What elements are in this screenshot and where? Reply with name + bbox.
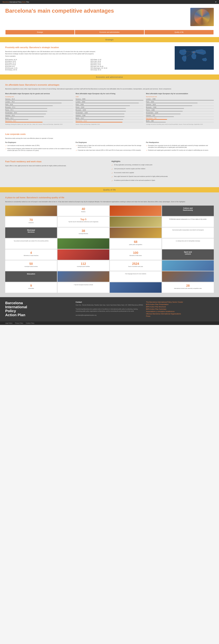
cost-item: Brussels – 57.3 [5, 106, 73, 109]
flights-grid: BCN-Istanbul: 3h 24 BCN-Rabat: 1h 45 BCN… [5, 59, 172, 70]
footer-brand-section: Barcelona International Policy Action Pl… [5, 301, 73, 318]
cost-item: Berlin – 2117 [76, 118, 143, 120]
education-cell: Education [5, 271, 57, 282]
check-icon: ✓ [111, 176, 113, 178]
park-image [57, 238, 109, 249]
employee-point-text-1: Employer taxes in Spain (tax and social … [78, 145, 143, 148]
footer-brand-line1: Barcelona [5, 301, 23, 305]
hero-section: Barcelona's main competitive advantages [0, 4, 219, 30]
transport-text: Harmonised public transportation (one ti… [164, 229, 212, 231]
flight-13: BCN-Beijing: 10h 55 [5, 69, 87, 70]
tab-strategic[interactable]: Strategic [5, 30, 74, 34]
theatres-label: theatres [59, 211, 108, 212]
cost-label-barcelona: Barcelona – 2112 [76, 120, 143, 122]
employee-point-1: ↗ Employer taxes in Spain (tax and socia… [76, 145, 143, 148]
legal-notice-link[interactable]: Legal Notice [5, 322, 12, 324]
quality-row-4: Top-ranked universal health care ranked … [5, 238, 214, 249]
footnote-3: Average rent prices (monthly, gross rent… [146, 124, 214, 125]
tab-quality[interactable]: Quality of life [145, 30, 214, 34]
intl-schools-number: 28 [164, 284, 212, 288]
highlight-text-4: New, agile framework for Spanish visas a… [114, 176, 168, 178]
flight-14: BCN-Dubai: 6h 32 [91, 69, 172, 70]
privacy-policy-link[interactable]: Privacy Policy [15, 322, 23, 324]
michelin-text: 53 Michelin-starred restaurants in a 1.5… [164, 218, 212, 220]
top-bar-brand: Barcelona International Policy Action Pl… [2, 1, 29, 3]
cost-item: Geneva – 3045 [76, 98, 143, 100]
cost-item-barcelona: Barcelona – 50.5 [5, 120, 73, 122]
footer-brand-line3: Policy [5, 309, 16, 313]
cost-label: London – 76.3 [5, 101, 73, 102]
quality-row-6: 50 municipal cultural centres 112 munici… [5, 260, 214, 271]
food2-img-cell [110, 216, 162, 227]
residency-left: Fast-Track residency and work visas Spai… [5, 160, 108, 183]
universities-cell: 9 universities [5, 282, 57, 293]
cookies-policy-link[interactable]: Cookies Policy [26, 322, 34, 324]
education-title: Education [7, 273, 55, 275]
footer-link-5[interactable]: Associations y conceptos académicos [146, 310, 214, 312]
footer-contact-title: Contact [76, 301, 143, 303]
economic-section-header: Economic and administrative [0, 74, 219, 80]
cost-item: Brussels – 1340 [146, 106, 214, 109]
cultural-centres-cell: 50 municipal cultural centres [5, 260, 57, 271]
highlight-1: ✓ 20 day application processing, central… [111, 164, 214, 166]
cultural-centres-label: municipal cultural centres [7, 266, 55, 268]
footer-link-7[interactable]: Press [146, 315, 214, 317]
cost-col-3-subtitle: Normal local rent [146, 96, 214, 98]
sports-facilities-label: municipal sports facilities [59, 266, 108, 268]
cost-item: Rome – 2242 [76, 106, 143, 109]
bikes-image [57, 250, 109, 260]
cost-label: Brussels – 1340 [146, 106, 214, 108]
economic-content: An affordable base: Barcelona's economic… [0, 80, 219, 129]
footer-link-4[interactable]: BIPA Action Plan Summary [146, 308, 214, 310]
cost-label: Istanbul – 970 [146, 115, 214, 116]
healthcare-cell: Top-ranked universal health care ranked … [5, 238, 57, 249]
quality-title: A place to call home: Barcelona's outsta… [5, 196, 214, 199]
univ-img-cell [162, 271, 214, 282]
residency-title: Fast-Track residency and work visas [5, 160, 108, 163]
cost-item: Amsterdam – 2192 [76, 112, 143, 114]
michelin-cell: 53 Michelin-starred restaurants in a 1.5… [162, 216, 214, 227]
beach-img-cell [162, 260, 214, 271]
flight-1: BCN-Istanbul: 3h 24 [5, 59, 87, 60]
menu-icon[interactable]: ≡ [215, 1, 217, 3]
cost-label: Berlin – 690 [146, 120, 214, 122]
footer-link-6[interactable]: Oficinas Barcelona International Organiz… [146, 313, 214, 315]
culture-gastronomy-cell: Culture andGastronomy [162, 206, 214, 216]
cost-col-3: Most affordable major European city for … [146, 93, 214, 125]
cost-item: London – 2832 [76, 101, 143, 103]
footer-link-3[interactable]: BIPA Action Plan Brochure [146, 306, 214, 308]
flight-5: BCN-Dakar: 6h 10 [5, 62, 87, 64]
cost-label: Rome – 2242 [76, 106, 143, 108]
check-icon: ✓ [111, 168, 113, 170]
municipal-services-title: MunicipalServices [7, 229, 55, 233]
cost-col-2: Most affordable major European city for … [76, 93, 143, 125]
cost-item: Paris – 1815 [146, 101, 214, 103]
footer-link-2[interactable]: BCN Action Plan Presentation [146, 304, 214, 305]
cost-item: Paris – 63.8 [5, 104, 73, 106]
quality-desc: Barcelona is consistently ranked as one … [5, 200, 214, 203]
cost-label: Paris – 63.8 [5, 104, 73, 105]
employer-point-2: ↗ Newly arrived foreigners select betwee… [5, 148, 73, 152]
cost-item-barcelona: Barcelona – 740 [146, 118, 214, 120]
arrow-icon: ↗ [5, 148, 6, 150]
cost-item: Amsterdam – 1220 [146, 112, 214, 114]
cost-label: Rome – 57.1 [5, 109, 73, 111]
quality-section-header: Quality of life [0, 187, 219, 192]
costs-grid: For Employers ↗ Low employee social secu… [5, 142, 214, 152]
municipal-services-cell: MunicipalServices [5, 228, 57, 238]
footnote-2: Source: Prices and Earnings, September 2… [76, 124, 143, 125]
cost-item: Geneva – 91.8 [5, 98, 73, 100]
footer-link-1[interactable]: The Barcelona International Policy Secto… [146, 301, 214, 303]
subway-cell: 11 subway lines and 10 metropolitan tram… [162, 238, 214, 249]
cost-label: Geneva – 91.8 [5, 98, 73, 100]
cost-item: Geneva – 1610 [146, 104, 214, 106]
tab-economic[interactable]: Economic and administrative [75, 30, 144, 34]
footer-links-section: The Barcelona International Policy Secto… [146, 301, 214, 318]
cost-label: Paris – 1815 [146, 101, 214, 102]
tab-buttons: Strategic Economic and administrative Qu… [0, 30, 219, 37]
brand-barcelona: Barcelona [2, 1, 9, 3]
flight-3: BCN-Beirut: 3h 55 [5, 61, 87, 62]
food2-image [110, 216, 162, 227]
bike-lanes-cell: 100 kilometres of bike lanes [110, 250, 162, 260]
cost-item: Rome – 57.1 [5, 109, 73, 112]
